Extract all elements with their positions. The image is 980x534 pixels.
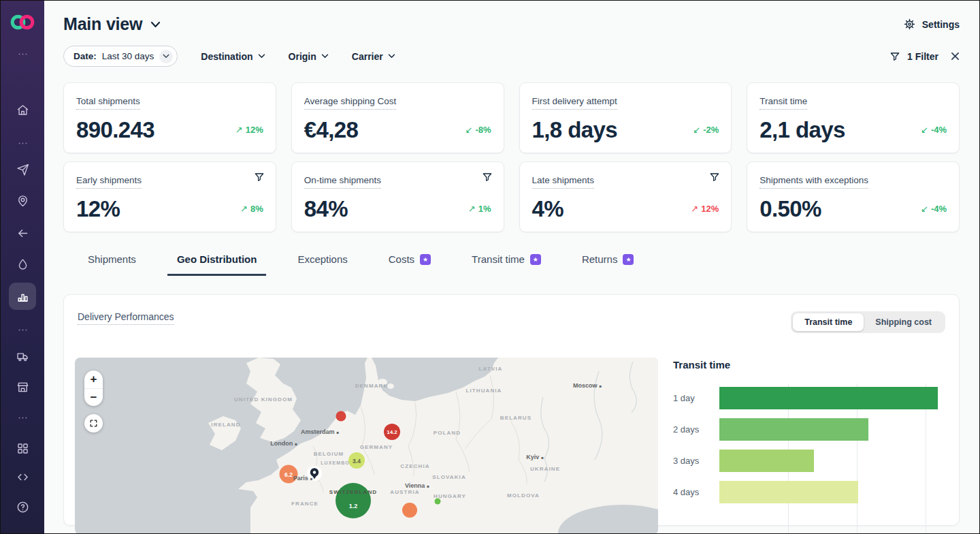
sidebar-item-home[interactable] xyxy=(9,96,36,123)
droplet-icon xyxy=(16,257,30,272)
send-icon xyxy=(16,163,30,177)
funnel-icon xyxy=(709,172,720,183)
trend-arrow-icon: ↗ xyxy=(235,125,243,135)
sidebar-item-developer[interactable] xyxy=(9,463,36,490)
sidebar-item-monitoring[interactable] xyxy=(9,251,36,278)
kpi-card-on-time-shipments: On-time shipments 84% ↗1% xyxy=(291,161,504,232)
country-label: AUSTRIA xyxy=(390,489,419,495)
view-switcher[interactable]: Main view xyxy=(63,14,161,34)
destination-filter-dropdown[interactable]: Destination xyxy=(201,51,265,62)
map-marker-cluster[interactable] xyxy=(336,483,371,518)
kpi-title: First delivery attempt xyxy=(532,96,617,110)
kpi-delta: ↙-2% xyxy=(693,125,719,135)
date-filter-value: Last 30 days xyxy=(102,51,154,61)
arrow-left-icon xyxy=(16,226,30,240)
trend-arrow-icon: ↙ xyxy=(921,204,928,214)
kpi-title: Total shipments xyxy=(76,96,140,110)
clear-filters-button[interactable] xyxy=(951,52,960,61)
trend-arrow-icon: ↙ xyxy=(921,125,928,135)
map-marker-dot[interactable] xyxy=(336,411,346,422)
sidebar-item-tracking[interactable] xyxy=(9,187,36,214)
active-filters-label: 1 Filter xyxy=(907,51,938,62)
map-zoom-in-button[interactable]: + xyxy=(84,371,103,388)
kpi-title: Shipments with exceptions xyxy=(760,175,868,189)
kpi-value: 1,8 days xyxy=(532,119,617,141)
carrier-filter-dropdown[interactable]: Carrier xyxy=(352,51,395,62)
kpi-value: 890.243 xyxy=(76,119,154,141)
metric-toggle: Transit time Shipping cost xyxy=(791,311,945,333)
tab-geo-distribution[interactable]: Geo Distribution xyxy=(167,253,267,276)
tab-costs[interactable]: Costs★ xyxy=(379,253,440,276)
map-marker-dot[interactable] xyxy=(435,499,441,505)
help-icon xyxy=(16,500,30,514)
chart-title: Transit time xyxy=(673,359,945,371)
origin-filter-dropdown[interactable]: Origin xyxy=(289,51,329,62)
kpi-title: Late shipments xyxy=(532,175,595,189)
kpi-value: 84% xyxy=(304,198,348,220)
kpi-filter-button[interactable] xyxy=(482,172,493,185)
store-icon xyxy=(16,380,30,394)
page-title: Main view xyxy=(63,14,142,34)
europe-map[interactable]: UNITED KINGDOM IRELAND DENMARK LATVIA LI… xyxy=(75,358,658,534)
kpi-value: 2,1 days xyxy=(760,119,845,141)
tab-exceptions[interactable]: Exceptions xyxy=(288,253,357,276)
kpi-card-total-shipments: Total shipments 890.243 ↗12% xyxy=(63,82,276,153)
sidebar-item-carriers[interactable] xyxy=(9,343,36,370)
toggle-transit-time[interactable]: Transit time xyxy=(793,313,864,331)
bar-3-days xyxy=(719,450,814,472)
grid-apps-icon xyxy=(16,441,30,456)
dropdown-label: Carrier xyxy=(352,51,383,62)
country-label: UNITED KINGDOM xyxy=(234,396,293,403)
main-content: Main view Settings Date: Last 30 days xyxy=(44,1,979,533)
sidebar-item-shipments[interactable] xyxy=(9,156,36,183)
sidebar-item-returns[interactable] xyxy=(9,219,36,247)
kpi-filter-button[interactable] xyxy=(254,172,265,185)
country-label: LATVIA xyxy=(479,366,503,372)
sidebar-more-icon[interactable] xyxy=(9,129,36,157)
kpi-delta: ↙-8% xyxy=(465,125,491,135)
sidebar-item-apps[interactable] xyxy=(9,435,36,462)
kpi-value: €4,28 xyxy=(304,119,359,141)
code-icon xyxy=(16,470,30,484)
close-icon xyxy=(951,52,960,61)
country-label: IRELAND xyxy=(211,422,240,428)
sidebar-more-icon[interactable] xyxy=(9,40,36,67)
top-bar: Main view Settings xyxy=(63,1,960,34)
kpi-card-first-delivery-attempt: First delivery attempt 1,8 days ↙-2% xyxy=(519,82,732,153)
sidebar-item-help[interactable] xyxy=(9,493,36,520)
settings-button[interactable]: Settings xyxy=(903,18,960,31)
bar-1-day xyxy=(719,387,938,409)
gear-icon xyxy=(903,18,916,31)
analytics-tabs: Shipments Geo Distribution Exceptions Co… xyxy=(78,253,960,276)
active-filters-indicator[interactable]: 1 Filter xyxy=(889,51,960,62)
kpi-title: Transit time xyxy=(760,96,807,110)
tab-returns[interactable]: Returns★ xyxy=(572,253,644,276)
map-marker-cluster[interactable] xyxy=(402,503,417,518)
trend-arrow-icon: ↙ xyxy=(693,125,700,135)
country-label: POLAND xyxy=(434,430,461,436)
sidebar-more-icon[interactable] xyxy=(9,316,36,343)
chevron-down-icon xyxy=(321,54,329,59)
tab-transit-time[interactable]: Transit time★ xyxy=(462,253,551,276)
selected-location-pin[interactable] xyxy=(307,466,322,481)
city-label: London xyxy=(270,440,293,447)
toggle-shipping-cost[interactable]: Shipping cost xyxy=(864,313,943,331)
chevron-down-icon xyxy=(388,54,395,59)
chart-row: 4 days xyxy=(673,481,945,503)
country-label: HUNGARY xyxy=(434,493,466,499)
bar-4-days xyxy=(719,481,858,503)
sidebar-item-analytics[interactable] xyxy=(9,283,36,310)
kpi-delta: ↗12% xyxy=(235,125,263,135)
category-label: 4 days xyxy=(673,487,719,497)
sidebar-item-stores[interactable] xyxy=(9,373,36,400)
filter-bar: Date: Last 30 days Destination Origin Ca… xyxy=(63,46,960,67)
map-zoom-out-button[interactable]: − xyxy=(84,388,103,406)
map-fullscreen-button[interactable] xyxy=(84,414,103,433)
tab-shipments[interactable]: Shipments xyxy=(78,253,146,276)
city-label: Moscow xyxy=(573,382,598,389)
kpi-filter-button[interactable] xyxy=(709,172,720,185)
marker-value: 3.4 xyxy=(353,458,361,465)
transit-time-chart: Transit time 1 day 2 days xyxy=(673,358,945,534)
sidebar-more-icon[interactable] xyxy=(9,404,36,431)
date-filter[interactable]: Date: Last 30 days xyxy=(63,46,178,67)
